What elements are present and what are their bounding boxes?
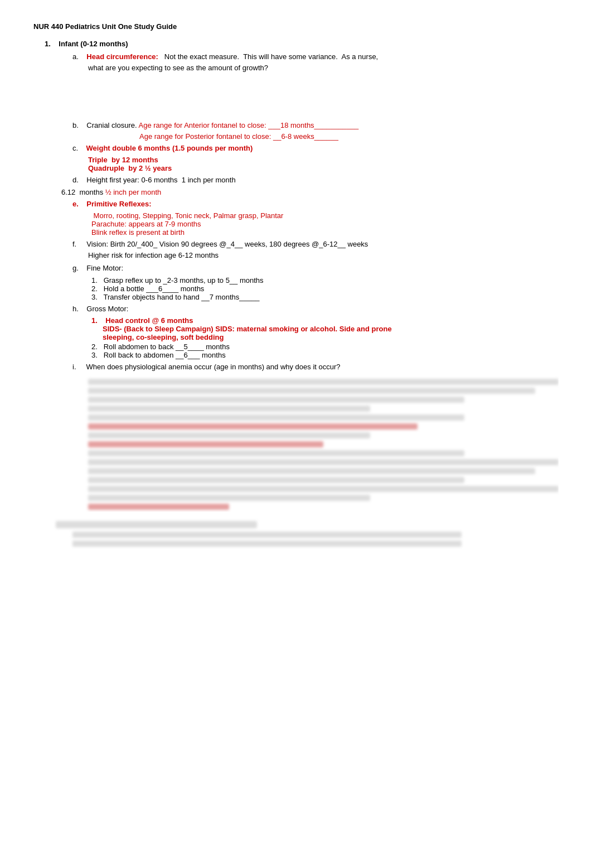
sub-h-sids2: sleeping, co-sleeping, soft bedding (103, 333, 559, 341)
blurred-red-block2 (88, 441, 559, 447)
blurred-line-6 (88, 432, 559, 438)
sub-c-line3-wrap: Quadruple by 2 ½ years (72, 164, 559, 172)
sub-g-label: Fine Motor: (86, 264, 123, 272)
blurred-red-block (88, 423, 559, 430)
sub-e-line1-text: Morro, rooting, Stepping, Tonic neck, Pa… (91, 211, 283, 220)
blurred-section-1 (72, 376, 559, 512)
blurred-line-5 (88, 414, 559, 421)
section-2 (45, 521, 559, 547)
section-1: 1. Infant (0-12 months) (45, 40, 559, 48)
sub-f-text: Vision: Birth 20/_400_ Vision 90 degrees… (86, 240, 368, 248)
months-label: 6.12 months (61, 188, 105, 196)
sub-h-sids: SIDS- (Back to Sleep Campaign) SIDS: mat… (103, 325, 392, 333)
sub-h-item3: 3. Roll back to abdomen __6___ months (91, 351, 559, 359)
sub-e-letter: e. (72, 200, 85, 208)
sub-c-line2: Triple by 12 months (88, 156, 158, 164)
sub-h-item1-text: Head control @ 6 months (105, 316, 193, 325)
sub-g-item3: 3. Transfer objects hand to hand __7 mon… (91, 293, 559, 301)
subsection-e: e. Primitive Reflexes: (72, 199, 559, 210)
blurred-line-10 (88, 477, 559, 483)
sub-e-line2: Parachute: appears at 7-9 months (91, 220, 559, 228)
months-line: 6.12 months ½ inch per month (45, 188, 559, 196)
sub-h-item2: 2. Roll abdomen to back __5____ months (91, 343, 559, 351)
sub-d-text: Height first year: 0-6 months 1 inch per… (86, 176, 235, 184)
blurred-line-9 (88, 468, 559, 474)
section-1-label: Infant (0-12 months) (59, 40, 128, 48)
sub-h-label: Gross Motor: (86, 305, 128, 313)
sub-h-letter: h. (72, 305, 85, 313)
section-1-rest: e. Primitive Reflexes: Morro, rooting, S… (45, 199, 559, 512)
sub-c-line2-wrap: Triple by 12 months (72, 156, 559, 164)
blurred-line-11 (88, 486, 559, 492)
subsection-a: a. Head circumference: Not the exact mea… (72, 51, 559, 73)
sub-a-text: Not the exact measure. This will have so… (161, 52, 379, 61)
subsection-d: d. Height first year: 0-6 months 1 inch … (72, 175, 559, 186)
sub-e-lines: Morro, rooting, Stepping, Tonic neck, Pa… (72, 211, 559, 237)
sub-h-items: 1. Head control @ 6 months SIDS- (Back t… (72, 316, 559, 359)
sub-b-letter: b. (72, 121, 85, 129)
blurred-line-2 (88, 388, 559, 394)
sub-g-item2: 2. Hold a bottle ___6____ months (91, 284, 559, 293)
blurred-line-7 (88, 450, 559, 456)
sub-i-text: When does physiological anemia occur (ag… (86, 363, 341, 371)
sub-c-line1: Weight double 6 months (1.5 pounds per m… (86, 144, 253, 152)
section-2-title-blurred (56, 521, 559, 528)
months-red: ½ inch per month (105, 188, 161, 196)
subsection-h: h. Gross Motor: (72, 303, 559, 315)
sub-h-item1-sub: SIDS- (Back to Sleep Campaign) SIDS: mat… (91, 325, 559, 341)
blurred-red-block3 (88, 504, 559, 510)
sub-b-red-text: Age range for Anterior fontanel to close… (139, 121, 359, 129)
blurred-line-12 (88, 495, 559, 501)
blank-space (72, 75, 559, 120)
sub-e-line2-text: Parachute: appears at 7-9 months (91, 220, 201, 228)
sub-g-item1: 1. Grasp reflex up to _2-3 months, up to… (91, 276, 559, 284)
sub-b-posterior-text: Age range for Posterior fontanel to clos… (139, 132, 338, 141)
sub-h-item1-num: 1. (91, 316, 104, 325)
sub-h-item1: 1. Head control @ 6 months SIDS- (Back t… (91, 316, 559, 341)
sub-i-letter: i. (72, 363, 84, 371)
sub-e-label: Primitive Reflexes: (86, 200, 151, 208)
sub-a-text2: what are you expecting to see as the amo… (72, 62, 559, 74)
page-container: NUR 440 Pediatrics Unit One Study Guide … (33, 22, 559, 547)
sub-d-letter: d. (72, 176, 85, 184)
subsection-b: b. Cranial closure. Age range for Anteri… (72, 120, 559, 131)
subsection-i: i. When does physiological anemia occur … (72, 361, 559, 373)
sub-g-items: 1. Grasp reflex up to _2-3 months, up to… (72, 276, 559, 301)
sub-b-posterior: Age range for Posterior fontanel to clos… (72, 132, 559, 141)
section-2-items-blurred (56, 532, 559, 547)
sub-f-line2: Higher risk for infection age 6-12 month… (72, 250, 559, 261)
blurred-content-1 (88, 379, 559, 510)
blurred-line-1 (88, 379, 559, 385)
subsection-g: g. Fine Motor: (72, 263, 559, 274)
sub-e-line3-text: Blink reflex is present at birth (91, 228, 185, 237)
blurred-line-3 (88, 397, 559, 403)
sub-e-line1: Morro, rooting, Stepping, Tonic neck, Pa… (91, 211, 559, 220)
section-2-item1-blurred (72, 532, 559, 538)
sub-c-line3: Quadruple by 2 ½ years (88, 164, 172, 172)
sub-b-text: Cranial closure. (86, 121, 138, 129)
sub-a-letter: a. (72, 52, 85, 61)
section-2-item2-blurred (72, 541, 559, 547)
sub-c-letter: c. (72, 144, 84, 152)
blurred-line-4 (88, 406, 559, 412)
sub-g-letter: g. (72, 264, 85, 272)
page-title: NUR 440 Pediatrics Unit One Study Guide (33, 22, 559, 31)
section-2-blurred (56, 521, 559, 547)
section-1-number: 1. (45, 40, 57, 48)
subsection-f: f. Vision: Birth 20/_400_ Vision 90 degr… (72, 239, 559, 261)
section-1-subsections: a. Head circumference: Not the exact mea… (45, 51, 559, 186)
sub-a-prefix: Head circumference: (86, 52, 158, 61)
sub-e-line3: Blink reflex is present at birth (91, 228, 559, 237)
subsection-c: c. Weight double 6 months (1.5 pounds pe… (72, 143, 559, 154)
blurred-line-8 (88, 459, 559, 465)
sub-f-letter: f. (72, 240, 85, 248)
main-content: 1. Infant (0-12 months) a. Head circumfe… (33, 40, 559, 547)
